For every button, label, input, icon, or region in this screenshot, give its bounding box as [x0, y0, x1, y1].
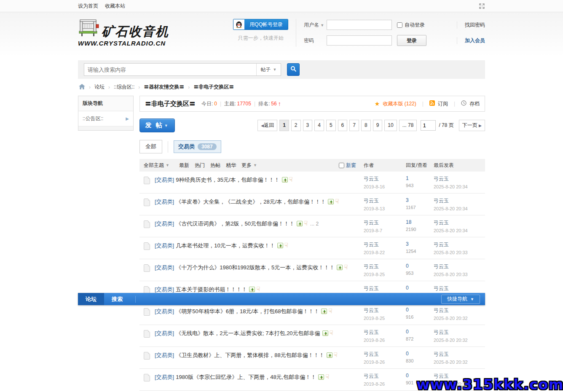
thread-title-link[interactable]: 1980版《李宗仁回忆录》上、下两册，48元,包邮非偏！！	[176, 374, 316, 380]
thread-title-link[interactable]: 《无线电》散本，2元一本,运费实收; 7本打包,20元包邮非偏	[176, 330, 320, 336]
login-button[interactable]: 登录	[397, 35, 426, 46]
thread-title-link[interactable]: 9种经典历史书，35元/本，包邮非偏！！！	[176, 177, 279, 183]
password-input[interactable]	[327, 35, 392, 46]
thread-category-link[interactable]: [交易类]	[155, 330, 174, 336]
find-password-link[interactable]: 找回密码	[465, 22, 485, 28]
thread-last-author-link[interactable]: 弓云玉	[434, 307, 485, 314]
page-number-8[interactable]: 8	[361, 120, 371, 131]
username-input[interactable]	[327, 20, 392, 30]
sidebar-item-announcement[interactable]: ::公告区:: ▶	[78, 111, 133, 126]
thread-last-time[interactable]: 2025-8-20 20:34	[434, 228, 485, 233]
breadcrumb-zone[interactable]: ::综合区::	[114, 83, 134, 91]
new-post-button[interactable]: 发 帖▼	[139, 118, 175, 132]
breadcrumb-current[interactable]: 〓非电子交换区〓	[193, 83, 234, 91]
thread-category-link[interactable]: [交易类]	[155, 242, 174, 249]
thread-pages-suffix[interactable]: ... 2	[310, 221, 319, 227]
thread-category-link[interactable]: [交易类]	[155, 199, 174, 205]
thread-category-link[interactable]: [交易类]	[155, 177, 174, 183]
thread-last-author-link[interactable]: 弓云玉	[434, 351, 485, 358]
thread-author-link[interactable]: 弓云玉	[364, 351, 406, 358]
thread-author-link[interactable]: 弓云玉	[364, 241, 406, 248]
page-jump-input[interactable]	[421, 120, 436, 131]
thread-author-link[interactable]: 弓云玉	[364, 307, 406, 314]
filter-hot-posts[interactable]: 热帖	[210, 162, 220, 169]
username-label[interactable]: 用户名 ▼	[304, 21, 327, 29]
set-home-link[interactable]: 设为首页	[78, 3, 98, 10]
search-scope-select[interactable]: 帖子▼	[256, 64, 281, 75]
back-button[interactable]: ◀返回	[257, 120, 277, 131]
thread-author-link[interactable]: 弓云玉	[364, 263, 406, 270]
page-number-3[interactable]: 3	[303, 120, 313, 131]
search-button[interactable]	[287, 63, 300, 76]
thread-category-link[interactable]: [交易类]	[155, 220, 174, 227]
page-number-6[interactable]: 6	[338, 120, 348, 131]
page-number-1[interactable]: 1	[279, 120, 289, 131]
breadcrumb-forum[interactable]: 论坛	[94, 83, 105, 91]
thread-author-link[interactable]: 弓云玉	[364, 373, 406, 380]
thread-category-link[interactable]: [交易类]	[155, 374, 174, 380]
quick-nav-button[interactable]: 快捷导航▼	[441, 295, 480, 304]
thread-title-link[interactable]: 《十万个为什么》1980和1992版散本，5元一本，运费实收！！！	[176, 264, 335, 271]
thread-last-author-link[interactable]: 弓云玉	[434, 197, 485, 204]
next-page-button[interactable]: 下一页 ▶	[459, 120, 485, 131]
thread-last-author-link[interactable]: 弓云玉	[434, 241, 485, 248]
filter-more[interactable]: 更多▼	[241, 162, 257, 169]
thread-author-link[interactable]: 弓云玉	[364, 329, 406, 336]
thread-title-link[interactable]: 《羊皮卷》大全集，《二战全史》，28元/本，包邮非偏！！！	[176, 199, 326, 205]
tab-trade[interactable]: 交易类 3087	[174, 140, 221, 153]
thread-title-link[interactable]: 几本老书处理，10元一本，运费实收！！	[176, 242, 275, 249]
thread-last-time[interactable]: 2025-8-20 20:32	[434, 360, 485, 365]
more-pages-link[interactable]: ... 78	[399, 120, 417, 131]
join-member-link[interactable]: 加入会员	[465, 38, 485, 43]
filter-newest[interactable]: 最新	[179, 162, 189, 169]
thread-last-author-link[interactable]: 弓云玉	[434, 329, 485, 336]
favorite-board-link[interactable]: 收藏本版 (122)	[383, 100, 416, 107]
filter-digest[interactable]: 精华	[226, 162, 236, 169]
page-number-4[interactable]: 4	[314, 120, 324, 131]
bottom-tab-forum[interactable]: 论坛	[78, 293, 104, 305]
thread-last-time[interactable]: 2025-8-20 20:32	[434, 338, 485, 343]
thread-title-link[interactable]: 《古代汉语词典》，第2版，50元包邮非偏！！！	[176, 220, 295, 227]
thread-category-link[interactable]: [交易类]	[155, 264, 174, 271]
thread-category-link[interactable]: [交易类]	[155, 308, 174, 314]
fullscreen-icon[interactable]	[479, 3, 485, 9]
bottom-tab-search[interactable]: 搜索	[104, 293, 130, 305]
page-number-5[interactable]: 5	[326, 120, 336, 131]
home-icon[interactable]	[79, 84, 85, 91]
thread-author-link[interactable]: 弓云玉	[364, 175, 406, 183]
page-number-10[interactable]: 10	[384, 120, 397, 131]
thread-last-time[interactable]: 2025-8-20 20:33	[434, 250, 485, 255]
page-number-9[interactable]: 9	[373, 120, 383, 131]
thread-last-time[interactable]: 2025-8-20 20:32	[434, 316, 485, 321]
search-input[interactable]	[84, 64, 256, 75]
filter-all-topics[interactable]: 全部主题▼	[144, 162, 169, 169]
thread-title-link[interactable]: 《萌芽50年精华本》6册，18元/本，打包68包邮非偏！！！	[176, 308, 319, 314]
subscribe-link[interactable]: 订阅	[438, 100, 448, 107]
thread-last-time[interactable]: 2025-8-20 20:34	[434, 184, 485, 189]
filter-hot[interactable]: 热门	[195, 162, 205, 169]
thread-last-time[interactable]: 2025-8-20 20:33	[434, 272, 485, 277]
page-number-7[interactable]: 7	[349, 120, 359, 131]
thread-last-author-link[interactable]: 弓云玉	[434, 219, 485, 226]
breadcrumb-exchange[interactable]: 〓器材友情交换〓	[144, 83, 184, 91]
thread-title-link[interactable]: 五本关于摄影的书籍！！！！	[176, 286, 247, 293]
thread-category-link[interactable]: [交易类]	[155, 352, 174, 358]
page-number-2[interactable]: 2	[291, 120, 301, 131]
new-window-checkbox[interactable]	[339, 163, 344, 168]
thread-last-time[interactable]: 2025-8-20 20:34	[434, 206, 485, 211]
site-logo[interactable]: 矿石收音机 WWW.CRYSTALRADIO.CN	[78, 17, 169, 47]
thread-author-link[interactable]: 弓云玉	[364, 219, 406, 226]
tab-all[interactable]: 全部	[139, 140, 162, 153]
bookmark-link[interactable]: 收藏本站	[105, 3, 125, 10]
thread-author-link[interactable]: 弓云玉	[364, 285, 406, 292]
site-header: 矿石收音机 WWW.CRYSTALRADIO.CN	[0, 12, 563, 57]
thread-author-link[interactable]: 弓云玉	[364, 197, 406, 204]
archive-link[interactable]: 存档	[469, 100, 480, 107]
auto-login-checkbox[interactable]	[397, 22, 402, 28]
thread-last-author-link[interactable]: 弓云玉	[434, 285, 485, 292]
thread-last-author-link[interactable]: 弓云玉	[434, 263, 485, 270]
thread-category-link[interactable]: [交易类]	[155, 286, 174, 293]
qq-login-button[interactable]: 用QQ帐号登录	[233, 19, 288, 30]
thread-last-author-link[interactable]: 弓云玉	[434, 175, 485, 183]
thread-title-link[interactable]: 《卫生员教材》上、下两册，繁体横排，88元包邮非偏！！！	[176, 352, 324, 358]
